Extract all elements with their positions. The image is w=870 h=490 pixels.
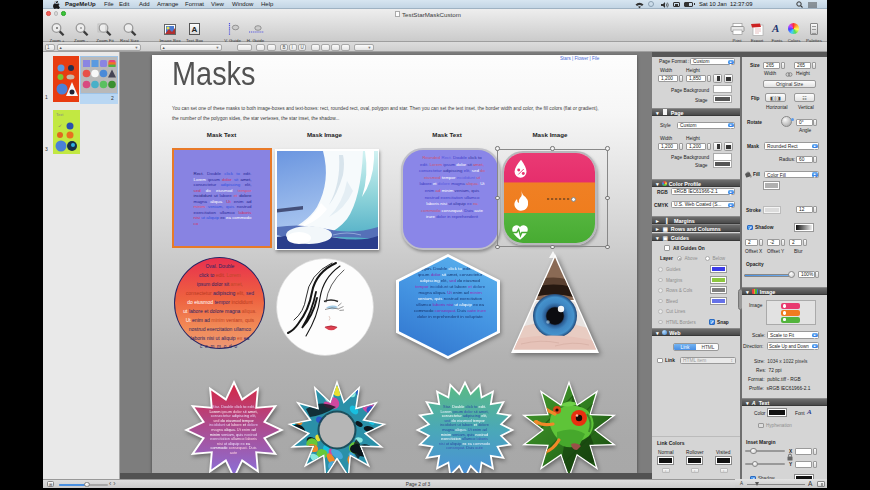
svg-text:Text: Text xyxy=(56,112,64,117)
